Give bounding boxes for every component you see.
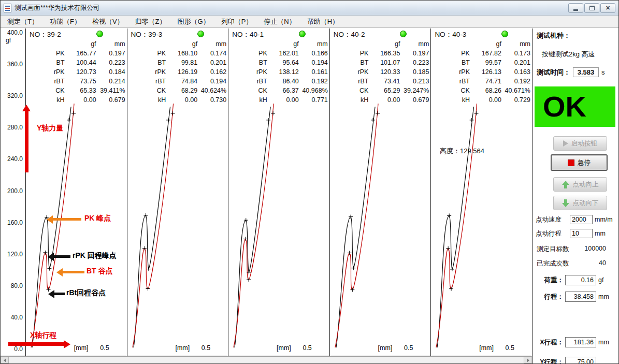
target-count-value: 100000 [584,245,606,254]
machine-type-value: 按键测试2kg 高速 [542,50,595,59]
menu-bar: 测定（T）功能（F）检视（V）归零（Z）图形（G）列印（P）停止（N）帮助（H） [1,16,618,28]
stat-row: PK167.820.173 [446,49,530,58]
stat-row: CK65.3339.411% [41,86,125,95]
menu-item[interactable]: 归零（Z） [129,16,172,28]
stat-row: rPK126.190.162 [142,67,226,77]
stat-row: kH0.000.679 [344,95,429,105]
stats-table: gfmm PK162.010.166BT95.640.194rPK138.120… [243,39,328,105]
test-time-unit: s [601,68,605,76]
stop-square-icon [568,159,574,166]
stats-header-row: gfmm [41,39,125,49]
stat-row: rPK120.730.184 [41,67,125,77]
jog-travel-label: 点动行程 [536,229,568,238]
load-label: 荷重： [532,276,564,285]
machine-type-label: 测试机种： [537,31,570,40]
x-axis-unit: [mm] [74,344,89,352]
y-axis-tick-label: 0.0 [14,345,23,353]
menu-item[interactable]: 帮助（H） [301,16,344,28]
play-icon [563,140,568,147]
travel-value: 38.458 [565,292,596,302]
chart-panel: NO：39-2 gfmm PK165.770.197BT100.440.223r… [25,28,127,356]
load-value: 0.16 [565,275,596,285]
jog-up-button[interactable]: 点动向上 [553,177,607,192]
stats-header-row: gfmm [142,39,226,49]
x-axis-max: 0.5 [201,344,210,352]
panel-number: NO：40-3 [435,30,466,39]
chart-panel: NO：39-3 gfmm PK168.100.174BT99.810.201rP… [127,28,228,356]
stat-row: rPK120.330.185 [344,67,429,77]
stat-row: PK166.350.197 [344,49,429,58]
x-travel-readout-row: X行程： 181.36 mm [532,337,618,347]
stat-row: rBT74.840.194 [142,77,226,86]
menu-item[interactable]: 检视（V） [87,16,129,28]
menu-item[interactable]: 功能（F） [44,16,87,28]
stats-table: gfmm PK165.770.197BT100.440.223rPK120.73… [41,39,125,105]
emergency-stop-label: 急停 [578,158,591,167]
stat-row: BT99.570.201 [446,58,530,67]
x-travel-unit: mm [598,339,609,346]
y-travel-value: 75.00 [565,357,596,363]
jog-speed-label: 点动速度 [536,215,568,224]
status-dot-green [299,31,306,37]
y-axis-gutter: 400.0360.0320.0280.0240.0200.0160.0120.0… [1,28,25,356]
stat-row: rPK126.130.163 [446,67,530,77]
target-count-row: 测定目标数 100000 [537,245,606,254]
stats-header-row: gfmm [243,39,328,49]
stats-table: gfmm PK166.350.197BT101.070.223rPK120.33… [344,39,429,105]
x-axis-max: 0.5 [506,344,514,352]
jog-travel-row: 点动行程 mm [536,229,617,238]
stat-row: CK68.2940.624% [142,86,226,95]
start-button[interactable]: 启动按钮 [553,136,607,151]
menu-item[interactable]: 列印（P） [215,16,258,28]
status-dot-green [96,31,103,37]
stats-header-row: gfmm [344,39,429,49]
done-count-label: 已完成次数 [537,259,569,268]
app-icon [4,4,11,12]
stat-row: BT99.810.201 [142,58,226,67]
stats-table: gfmm PK168.100.174BT99.810.201rPK126.190… [142,39,226,105]
y-travel-label: Y行程： [532,358,564,364]
stat-row: PK168.100.174 [142,49,226,58]
minimize-icon [573,9,578,11]
emergency-stop-button[interactable]: 急停 [551,154,608,171]
x-axis-max: 0.5 [303,344,311,352]
menu-item[interactable]: 图形（G） [172,16,215,28]
y-axis-tick-label: 320.0 [7,92,23,99]
done-count-value: 40 [599,259,606,268]
travel-label: 行程： [532,293,564,301]
y-axis-tick-label: 280.0 [7,124,23,131]
target-count-label: 测定目标数 [537,245,569,254]
close-button[interactable]: × [600,3,615,13]
panel-number: NO：39-3 [131,30,163,39]
x-axis-unit: [mm] [479,344,494,352]
up-arrow-icon [562,181,570,188]
stat-row: rBT86.400.192 [243,77,328,86]
jog-down-button[interactable]: 点动向下 [553,196,607,210]
result-ok-badge: OK [535,86,615,127]
horizontal-scrollbar[interactable] [1,356,532,363]
menu-item[interactable]: 停止（N） [258,16,301,28]
stat-row: CK66.3740.968% [243,86,328,95]
stat-row: rBT73.410.213 [344,77,429,86]
y-axis-unit: gf [6,37,11,44]
x-axis-unit: [mm] [175,344,190,352]
x-axis-unit: [mm] [277,344,291,352]
scroll-left-arrow[interactable] [1,357,9,363]
jog-travel-input[interactable] [570,229,593,238]
maximize-button[interactable] [584,3,599,13]
y-axis-tick-label: 80.0 [11,282,23,289]
y-axis-tick-label: 120.0 [7,251,23,258]
menu-item[interactable]: 测定（T） [2,16,44,28]
stat-row: PK162.010.166 [243,49,328,58]
minimize-button[interactable] [568,3,583,13]
done-count-row: 已完成次数 40 [537,259,606,268]
stats-table: gfmm PK167.820.173BT99.570.201rPK126.130… [446,39,530,105]
y-axis-tick-label: 40.0 [11,314,23,321]
maximize-icon [589,6,595,10]
status-dot-green [501,31,508,37]
stat-row: CK65.2939.247% [344,86,429,95]
stat-row: kH0.000.679 [41,95,125,105]
panel-number: NO：40-1 [232,30,264,39]
scroll-right-arrow[interactable] [524,357,532,363]
jog-speed-input[interactable] [570,215,593,224]
